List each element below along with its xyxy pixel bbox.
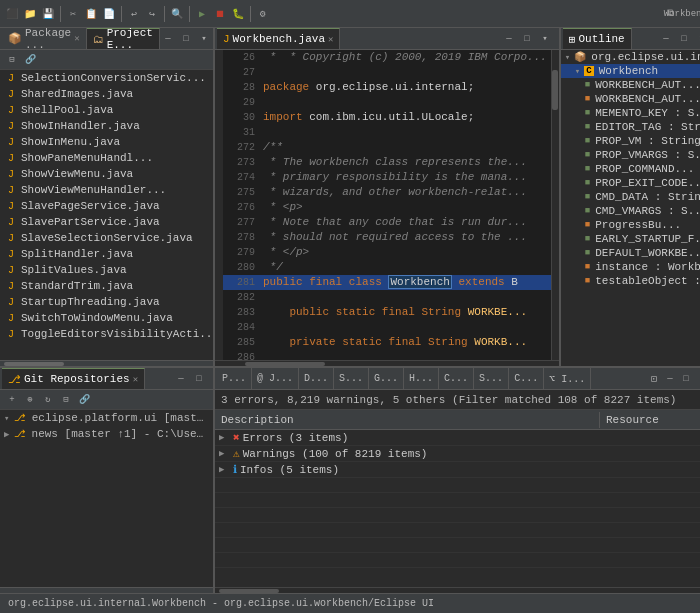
tab-outline[interactable]: ⊞ Outline bbox=[563, 28, 632, 49]
tab-workbench-java[interactable]: J Workbench.java ✕ bbox=[217, 28, 340, 49]
outline-item[interactable]: ▾ 📦 org.eclipse.ui.internal bbox=[561, 50, 700, 64]
tab-git-staging[interactable]: G... bbox=[369, 368, 404, 389]
tab-declaration[interactable]: D... bbox=[299, 368, 334, 389]
outline-max[interactable]: □ bbox=[676, 31, 692, 47]
link-with-editor-icon[interactable]: 🔗 bbox=[22, 52, 38, 68]
outline-item[interactable]: ■ DEFAULT_WORKBE... bbox=[561, 246, 700, 260]
list-item[interactable]: J SelectionConversionServic... bbox=[0, 70, 213, 86]
problem-item-errors[interactable]: ▶ ✖ Errors (3 items) bbox=[215, 430, 700, 446]
problem-item-warnings[interactable]: ▶ ⚠ Warnings (100 of 8219 items) bbox=[215, 446, 700, 462]
list-item[interactable]: J ShellPool.java bbox=[0, 102, 213, 118]
git-repo-item[interactable]: ▾ ⎇ eclipse.platform.ui [master ↑1] - C:… bbox=[0, 410, 213, 426]
list-item[interactable]: J SwitchToWindowMenu.java bbox=[0, 310, 213, 326]
editor-content[interactable]: 26 * * Copyright (c) 2000, 2019 IBM Corp… bbox=[223, 50, 551, 360]
editor-max[interactable]: □ bbox=[519, 31, 535, 47]
editor-vscrollbar[interactable] bbox=[551, 50, 559, 360]
toolbar-icon-2[interactable]: 📁 bbox=[22, 6, 38, 22]
collapse-all-icon[interactable]: ⊟ bbox=[4, 52, 20, 68]
outline-close[interactable]: ✕ bbox=[694, 31, 700, 47]
outline-item[interactable]: ■ PROP_VMARGS : S... bbox=[561, 148, 700, 162]
list-item[interactable]: J ShowViewMenuHandler... bbox=[0, 182, 213, 198]
tab-search[interactable]: S... bbox=[334, 368, 369, 389]
outline-item[interactable]: ■ CMD_DATA : Strin... bbox=[561, 190, 700, 204]
list-item[interactable]: J StartupThreading.java bbox=[0, 294, 213, 310]
git-link-icon[interactable]: 🔗 bbox=[76, 392, 92, 408]
tab-git-repositories[interactable]: ⎇ Git Repositories ✕ bbox=[2, 368, 145, 389]
tab-inspect[interactable]: ⌥ I... bbox=[544, 368, 591, 389]
toolbar-icon-4[interactable]: ✂ bbox=[65, 6, 81, 22]
editor-menu[interactable]: ▾ bbox=[537, 31, 553, 47]
list-item[interactable]: J SlavePageService.java bbox=[0, 198, 213, 214]
outline-item[interactable]: ■ EDITOR_TAG : Stri... bbox=[561, 120, 700, 134]
toolbar-icon-stop[interactable]: ⏹ bbox=[212, 6, 228, 22]
problems-col-resource[interactable]: Resource bbox=[600, 412, 700, 428]
git-max[interactable]: □ bbox=[191, 371, 207, 387]
git-add-icon[interactable]: + bbox=[4, 392, 20, 408]
outline-item[interactable]: ■ ProgressBu... bbox=[561, 218, 700, 232]
list-item[interactable]: J SplitHandler.java bbox=[0, 246, 213, 262]
toolbar-icon-redo[interactable]: ↪ bbox=[144, 6, 160, 22]
left-panel-menu[interactable]: ▾ bbox=[196, 31, 212, 47]
toolbar-icon-1[interactable]: ⬛ bbox=[4, 6, 20, 22]
problem-item-infos[interactable]: ▶ ℹ Infos (5 items) bbox=[215, 462, 700, 478]
toolbar-icon-5[interactable]: 📋 bbox=[83, 6, 99, 22]
toolbar-icon-search[interactable]: 🔍 bbox=[169, 6, 185, 22]
list-item[interactable]: J ShowInHandler.java bbox=[0, 118, 213, 134]
toolbar-icon-workbench[interactable]: Workbench bbox=[680, 6, 696, 22]
git-hscrollbar[interactable] bbox=[0, 587, 213, 593]
outline-item[interactable]: ■ instance : Workbe... bbox=[561, 260, 700, 274]
left-panel-max[interactable]: □ bbox=[178, 31, 194, 47]
outline-item[interactable]: ■ testableObject : W... bbox=[561, 274, 700, 288]
git-clone-icon[interactable]: ⊕ bbox=[22, 392, 38, 408]
toolbar-icon-debug[interactable]: 🐛 bbox=[230, 6, 246, 22]
list-item[interactable]: J ShowViewMenu.java bbox=[0, 166, 213, 182]
git-collapse-icon[interactable]: ⊟ bbox=[58, 392, 74, 408]
tab-package-close[interactable]: ✕ bbox=[74, 33, 79, 44]
tab-servers[interactable]: S... bbox=[474, 368, 509, 389]
outline-item[interactable]: ■ WORKBENCH_AUT... bbox=[561, 78, 700, 92]
outline-min[interactable]: ─ bbox=[658, 31, 674, 47]
filter-icon[interactable]: ⊡ bbox=[646, 371, 662, 387]
outline-item[interactable]: ■ WORKBENCH_AUT... bbox=[561, 92, 700, 106]
problems-hscrollbar[interactable] bbox=[215, 587, 700, 593]
git-min[interactable]: ─ bbox=[173, 371, 189, 387]
tab-package-explorer[interactable]: 📦 Package ... ✕ bbox=[2, 28, 87, 49]
toolbar-icon-3[interactable]: 💾 bbox=[40, 6, 56, 22]
problems-max[interactable]: □ bbox=[678, 371, 694, 387]
outline-item[interactable]: ■ PROP_COMMAND... bbox=[561, 162, 700, 176]
editor-min[interactable]: ─ bbox=[501, 31, 517, 47]
tab-editor-close[interactable]: ✕ bbox=[328, 34, 333, 45]
outline-item[interactable]: ■ PROP_EXIT_CODE... bbox=[561, 176, 700, 190]
tab-problems[interactable]: P... bbox=[217, 368, 252, 389]
outline-item[interactable]: ■ EARLY_STARTUP_F... bbox=[561, 232, 700, 246]
list-item[interactable]: J SlaveSelectionService.java bbox=[0, 230, 213, 246]
outline-item-workbench[interactable]: ▾ C Workbench bbox=[561, 64, 700, 78]
editor-hscrollbar[interactable] bbox=[215, 360, 559, 366]
tab-console[interactable]: C... bbox=[439, 368, 474, 389]
toolbar-icon-undo[interactable]: ↩ bbox=[126, 6, 142, 22]
list-item[interactable]: J ShowInMenu.java bbox=[0, 134, 213, 150]
list-item[interactable]: J ToggleEditorsVisibilityActi... bbox=[0, 326, 213, 342]
left-panel-hscrollbar[interactable] bbox=[0, 360, 213, 366]
problems-min[interactable]: ─ bbox=[662, 371, 678, 387]
toolbar-icon-run[interactable]: ▶ bbox=[194, 6, 210, 22]
toolbar-icon-6[interactable]: 📄 bbox=[101, 6, 117, 22]
list-item[interactable]: J SplitValues.java bbox=[0, 262, 213, 278]
outline-item[interactable]: ■ CMD_VMARGS : S... bbox=[561, 204, 700, 218]
tab-history[interactable]: H... bbox=[404, 368, 439, 389]
list-item[interactable]: J SharedImages.java bbox=[0, 86, 213, 102]
outline-item[interactable]: ■ MEMENTO_KEY : S... bbox=[561, 106, 700, 120]
tab-git-close[interactable]: ✕ bbox=[133, 374, 138, 385]
list-item[interactable]: J StandardTrim.java bbox=[0, 278, 213, 294]
git-repo-item[interactable]: ▶ ⎇ news [master ↑1] - C:\Users\Mike\git… bbox=[0, 426, 213, 442]
problems-col-description[interactable]: Description bbox=[215, 412, 600, 428]
tab-project-explorer[interactable]: 🗂 Project E... bbox=[87, 28, 160, 49]
left-panel-min[interactable]: ─ bbox=[160, 31, 176, 47]
list-item[interactable]: J SlavePartService.java bbox=[0, 214, 213, 230]
tab-javadoc[interactable]: @ J... bbox=[252, 368, 299, 389]
list-item[interactable]: J ShowPaneMenuHandl... bbox=[0, 150, 213, 166]
tab-coverage[interactable]: C... bbox=[509, 368, 544, 389]
outline-item[interactable]: ■ PROP_VM : String bbox=[561, 134, 700, 148]
toolbar-icon-settings[interactable]: ⚙ bbox=[255, 6, 271, 22]
git-refresh-icon[interactable]: ↻ bbox=[40, 392, 56, 408]
